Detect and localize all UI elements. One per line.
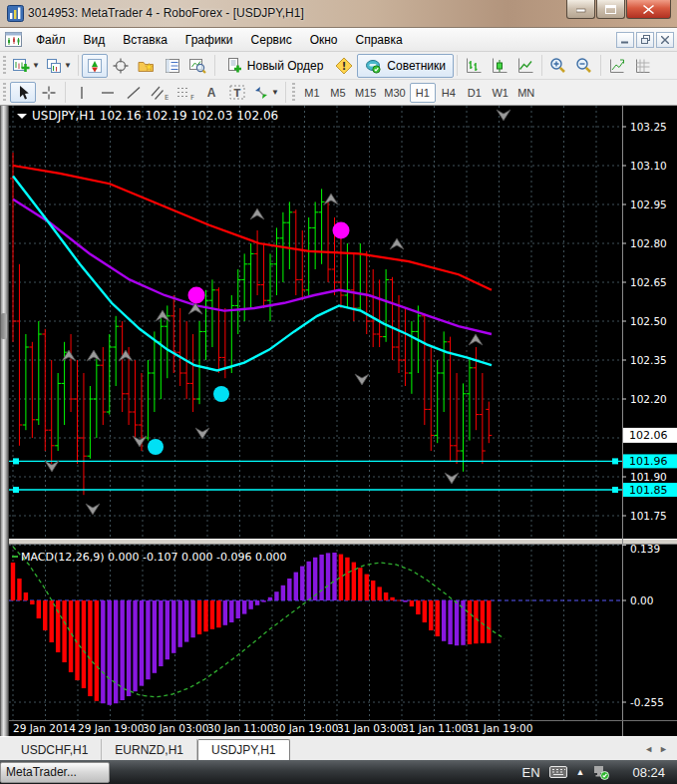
menu-item-файл[interactable]: Файл (27, 29, 75, 51)
candlestick-icon (492, 58, 508, 74)
svg-text:T: T (234, 88, 241, 99)
show-hidden-icons-icon[interactable]: ▲ (576, 767, 585, 777)
zoom-out-button[interactable] (571, 54, 597, 78)
line-chart-mode-button[interactable] (512, 54, 538, 78)
trendline-tool[interactable] (121, 82, 147, 103)
menu-item-вид[interactable]: Вид (75, 29, 115, 51)
list-icon (165, 58, 180, 74)
timeframe-toolbar: M1M5M15M30H1H4D1W1MN (299, 83, 539, 103)
strategy-tester-button[interactable] (185, 54, 211, 78)
menu-item-графики[interactable]: Графики (176, 29, 242, 51)
equidistant-channel-tool[interactable]: E (147, 82, 172, 103)
time-axis-label: 31 Jan 03:00 (337, 722, 403, 734)
toolbar-grip[interactable] (3, 56, 6, 76)
text-tool[interactable]: A (198, 82, 224, 103)
toolbar-separator (78, 55, 79, 76)
chart-close-button[interactable] (656, 32, 674, 48)
dropdown-caret[interactable]: ▼ (64, 61, 72, 70)
window-maximize-button[interactable] (596, 0, 625, 19)
time-axis-label: 31 Jan 11:00 (402, 722, 468, 734)
toolbar-grip[interactable] (292, 83, 295, 103)
vertical-line-tool[interactable] (69, 82, 95, 103)
panel-splitter[interactable] (0, 106, 9, 736)
timeframe-button-m15[interactable]: M15 (351, 83, 380, 103)
price-axis-label: 101.90 (630, 471, 667, 483)
macd-axis-label: -0.255 (630, 696, 664, 708)
svg-text:101.96: 101.96 (629, 455, 668, 468)
zoom-in-button[interactable] (545, 54, 571, 78)
menu-item-справка[interactable]: Справка (347, 29, 412, 51)
text-label-tool[interactable]: T (224, 82, 250, 103)
timeframe-button-m1[interactable]: M1 (299, 83, 325, 103)
chart-minimize-button[interactable] (616, 32, 634, 48)
timeframe-button-d1[interactable]: D1 (462, 83, 488, 103)
new-chart-icon (13, 58, 30, 74)
candlestick-mode-button[interactable] (487, 54, 512, 78)
taskbar-app-button[interactable]: MetaTrader... (0, 762, 110, 783)
new-order-label: Новый Ордер (247, 59, 323, 73)
toolbar-separator (214, 55, 215, 76)
new-order-icon (226, 58, 242, 74)
grid-toggle-button[interactable] (630, 54, 656, 78)
tick-chart-toggle[interactable] (82, 54, 108, 78)
dropdown-caret[interactable]: ▼ (32, 61, 40, 70)
new-chart-button[interactable]: ▼ (10, 54, 43, 78)
chart-tab-eurnzd-h1[interactable]: EURNZD,H1 (102, 739, 197, 760)
toolbar-grip[interactable] (3, 83, 6, 103)
fibonacci-icon: F (176, 85, 194, 101)
toolbar-separator (65, 82, 66, 103)
timeframe-button-m30[interactable]: M30 (380, 83, 409, 103)
favorites-button[interactable] (134, 54, 160, 78)
timeframe-button-m5[interactable]: M5 (325, 83, 351, 103)
advisors-label: Советники (387, 59, 446, 73)
bar-chart-mode-button[interactable] (461, 54, 487, 78)
crosshair-tool[interactable] (36, 82, 62, 103)
arrow-objects-icon (253, 85, 269, 101)
chart-tab-usdchf-h1[interactable]: USDCHF,H1 (8, 739, 102, 760)
chart-restore-button[interactable] (636, 32, 654, 48)
dropdown-caret[interactable]: ▼ (271, 88, 279, 97)
language-indicator[interactable]: EN (521, 765, 539, 780)
profiles-icon (46, 58, 62, 74)
timeframe-button-h4[interactable]: H4 (436, 83, 462, 103)
window-minimize-button[interactable] (566, 0, 595, 19)
splitter-grip[interactable] (1, 313, 7, 339)
timeframe-button-w1[interactable]: W1 (488, 83, 513, 103)
auto-arrange-button[interactable] (604, 54, 630, 78)
horizontal-line-tool[interactable] (95, 82, 121, 103)
chart-tab-bar: USDCHF,H1EURNZD,H1USDJPY,H1 ◄ ► (0, 736, 677, 760)
network-status-icon[interactable] (593, 765, 609, 780)
standard-toolbar: ▼ ▼ (0, 52, 677, 80)
tab-scroll-left-icon[interactable]: ◄ (644, 744, 653, 754)
window-close-button[interactable] (626, 0, 671, 19)
keyboard-icon[interactable] (549, 766, 567, 778)
price-axis-label: 103.25 (630, 121, 667, 133)
market-watch-button[interactable] (160, 54, 185, 78)
svg-text:E: E (165, 94, 169, 101)
new-order-button[interactable]: Новый Ордер (218, 54, 331, 78)
arrows-objects-tool[interactable]: ▼ (250, 82, 282, 103)
title-bar: 3014953: MetaTrader 4 - RoboForex - [USD… (0, 0, 677, 28)
timeframe-button-h1[interactable]: H1 (410, 83, 436, 103)
cursor-tool[interactable] (10, 82, 36, 103)
svg-text:USDJPY,H1 102.16 102.19 102.0: USDJPY,H1 102.16 102.19 102.03 102.06 (32, 109, 278, 123)
zoom-in-icon (549, 57, 566, 74)
menu-item-окно[interactable]: Окно (301, 29, 347, 51)
window-title: 3014953: MetaTrader 4 - RoboForex - [USD… (28, 6, 304, 20)
chart-tab-usdjpy-h1[interactable]: USDJPY,H1 (197, 739, 289, 760)
price-chart[interactable]: USDJPY,H1 102.16 102.19 102.03 102.06MAC… (9, 106, 677, 736)
fibonacci-tool[interactable]: F (172, 82, 198, 103)
taskbar-clock[interactable]: 08:24 (632, 765, 665, 780)
alert-button[interactable]: ! (331, 54, 357, 78)
timeframe-button-mn[interactable]: MN (513, 83, 539, 103)
crosshair-target-button[interactable] (108, 54, 134, 78)
tester-icon (189, 58, 206, 74)
expert-advisors-button[interactable]: Советники (357, 54, 454, 78)
tab-scroll-right-icon[interactable]: ► (659, 744, 668, 754)
menu-item-вставка[interactable]: Вставка (114, 29, 176, 51)
svg-text:101.85: 101.85 (629, 484, 668, 497)
app-icon (7, 5, 24, 22)
tab-scroll-buttons: ◄ ► (644, 737, 677, 760)
profiles-button[interactable]: ▼ (43, 54, 75, 78)
menu-item-сервис[interactable]: Сервис (242, 29, 301, 51)
